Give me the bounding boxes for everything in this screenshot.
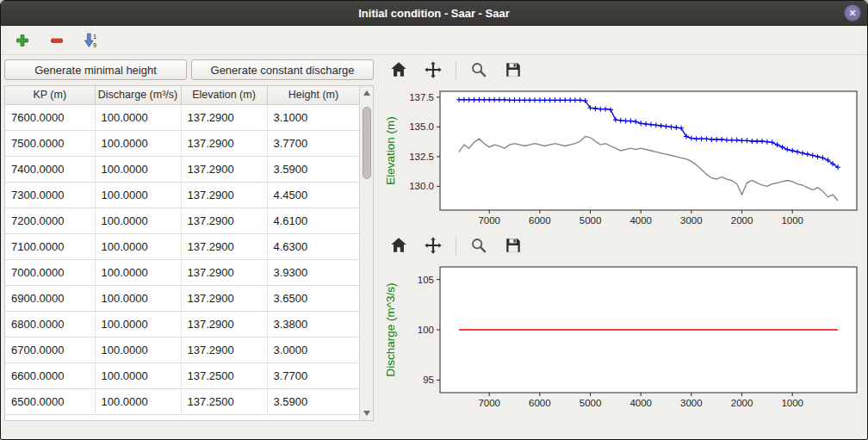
elevation-chart[interactable]: 7000600050004000300020001000130.0132.513…: [381, 84, 867, 232]
table-cell[interactable]: 3.7700: [267, 130, 360, 156]
elevation-plot-toolbar: [381, 57, 867, 84]
generate-minimal-height-button[interactable]: Generate minimal height: [4, 59, 187, 80]
titlebar[interactable]: Initial condition - Saar - Saar ✕: [1, 1, 867, 26]
table-cell[interactable]: 100.0000: [95, 233, 181, 259]
table-cell[interactable]: 7600.0000: [5, 104, 95, 130]
table-cell[interactable]: 3.7700: [267, 363, 360, 388]
table-cell[interactable]: 4.6100: [267, 208, 360, 233]
plus-icon: [15, 33, 30, 48]
table-cell[interactable]: 100.0000: [95, 104, 181, 130]
elevation-pan-button[interactable]: [421, 59, 445, 82]
column-header[interactable]: Discharge (m³/s): [95, 86, 181, 104]
table-cell[interactable]: 3.0000: [267, 337, 360, 363]
svg-text:4000: 4000: [629, 215, 652, 226]
table-cell[interactable]: 137.2500: [181, 388, 267, 414]
add-row-button[interactable]: [11, 29, 34, 52]
table-row[interactable]: 7500.0000100.0000137.29003.7700: [5, 130, 360, 156]
table-row[interactable]: 6800.0000100.0000137.29003.3800: [5, 311, 360, 337]
close-button[interactable]: ✕: [844, 4, 861, 22]
table-row[interactable]: 7400.0000100.0000137.29003.5900: [5, 156, 360, 182]
table-cell[interactable]: 100.0000: [95, 208, 181, 233]
table-cell[interactable]: 3.1000: [267, 104, 360, 130]
table-row[interactable]: 7600.0000100.0000137.29003.1000: [5, 104, 360, 130]
table-cell[interactable]: 100.0000: [95, 311, 181, 337]
table-cell[interactable]: 137.2900: [181, 233, 267, 259]
table-cell[interactable]: 3.3800: [267, 311, 360, 337]
svg-text:9: 9: [93, 41, 96, 49]
table-cell[interactable]: 100.0000: [95, 388, 181, 414]
table-cell[interactable]: 100.0000: [95, 285, 181, 311]
svg-text:1000: 1000: [781, 215, 803, 226]
table-cell[interactable]: 137.2900: [181, 130, 267, 156]
table-cell[interactable]: 137.2900: [181, 156, 267, 182]
initial-condition-table: KP (m)Discharge (m³/s)Elevation (m)Heigh…: [5, 86, 361, 415]
table-cell[interactable]: 6800.0000: [5, 311, 95, 337]
table-cell[interactable]: 137.2900: [181, 337, 267, 363]
table-cell[interactable]: 7300.0000: [5, 182, 95, 208]
discharge-home-button[interactable]: [387, 235, 411, 257]
svg-text:7000: 7000: [478, 215, 500, 226]
table-cell[interactable]: 137.2900: [181, 285, 267, 311]
table-cell[interactable]: 7200.0000: [5, 208, 95, 233]
table-row[interactable]: 7100.0000100.0000137.29004.6300: [5, 233, 360, 259]
table-cell[interactable]: 7400.0000: [5, 156, 95, 182]
table-row[interactable]: 6500.0000100.0000137.25003.5900: [5, 388, 360, 414]
discharge-save-button[interactable]: [501, 235, 525, 257]
table-cell[interactable]: 7500.0000: [5, 130, 95, 156]
table-cell[interactable]: 100.0000: [95, 259, 181, 285]
table-cell[interactable]: 100.0000: [95, 337, 181, 363]
elevation-home-button[interactable]: [387, 59, 411, 82]
scrollbar-thumb[interactable]: [363, 107, 371, 179]
table-cell[interactable]: 6600.0000: [5, 363, 95, 388]
table-body: 7600.0000100.0000137.29003.10007500.0000…: [5, 104, 360, 414]
column-header[interactable]: Height (m): [267, 86, 360, 104]
svg-text:4000: 4000: [629, 398, 652, 408]
table-cell[interactable]: 137.2900: [181, 208, 267, 233]
table-cell[interactable]: 4.6300: [267, 233, 360, 259]
table-row[interactable]: 6900.0000100.0000137.29003.6500: [5, 285, 360, 311]
elevation-zoom-button[interactable]: [467, 59, 491, 82]
discharge-chart[interactable]: 700060005000400030002000100095100105Disc…: [381, 260, 867, 415]
table-row[interactable]: 7300.0000100.0000137.29004.4500: [5, 182, 360, 208]
discharge-pan-button[interactable]: [421, 235, 445, 257]
remove-row-button[interactable]: [46, 29, 68, 52]
elevation-save-button[interactable]: [501, 59, 525, 82]
content-area: Generate minimal height Generate constan…: [1, 55, 867, 439]
table-cell[interactable]: 7000.0000: [5, 259, 95, 285]
table-cell[interactable]: 3.5900: [267, 388, 360, 414]
home-icon: [389, 236, 408, 257]
scroll-up-icon[interactable]: [363, 90, 370, 96]
table-cell[interactable]: 4.4500: [267, 182, 360, 208]
table-row[interactable]: 7000.0000100.0000137.29003.9300: [5, 259, 360, 285]
table-cell[interactable]: 137.2900: [181, 259, 267, 285]
table-cell[interactable]: 137.2500: [181, 363, 267, 388]
table-row[interactable]: 6600.0000100.0000137.25003.7700: [5, 363, 360, 388]
table-row[interactable]: 6700.0000100.0000137.29003.0000: [5, 337, 360, 363]
toolbar-separator: [456, 62, 456, 79]
column-header[interactable]: Elevation (m): [181, 86, 267, 104]
table-cell[interactable]: 100.0000: [95, 363, 181, 388]
table-cell[interactable]: 3.9300: [267, 259, 360, 285]
table-cell[interactable]: 6900.0000: [5, 285, 95, 311]
table-cell[interactable]: 7100.0000: [5, 233, 95, 259]
sort-rows-button[interactable]: 1 9: [80, 29, 102, 52]
discharge-zoom-button[interactable]: [467, 235, 491, 257]
svg-text:Discharge (m^3/s): Discharge (m^3/s): [384, 282, 397, 376]
table-cell[interactable]: 137.2900: [181, 311, 267, 337]
table-cell[interactable]: 3.5900: [267, 156, 360, 182]
left-panel: Generate minimal height Generate constan…: [1, 55, 376, 439]
discharge-plot-toolbar: [381, 232, 867, 260]
table-cell[interactable]: 3.6500: [267, 285, 360, 311]
table-cell[interactable]: 100.0000: [95, 156, 181, 182]
table-cell[interactable]: 100.0000: [95, 130, 181, 156]
table-row[interactable]: 7200.0000100.0000137.29004.6100: [5, 208, 360, 233]
vertical-scrollbar[interactable]: [359, 86, 373, 420]
table-cell[interactable]: 100.0000: [95, 182, 181, 208]
table-cell[interactable]: 6700.0000: [5, 337, 95, 363]
table-cell[interactable]: 137.2900: [181, 104, 267, 130]
table-cell[interactable]: 6500.0000: [5, 388, 95, 414]
generate-constant-discharge-button[interactable]: Generate constant discharge: [191, 59, 374, 80]
column-header[interactable]: KP (m): [5, 86, 95, 104]
scroll-down-icon[interactable]: [363, 411, 370, 416]
table-cell[interactable]: 137.2900: [181, 182, 267, 208]
